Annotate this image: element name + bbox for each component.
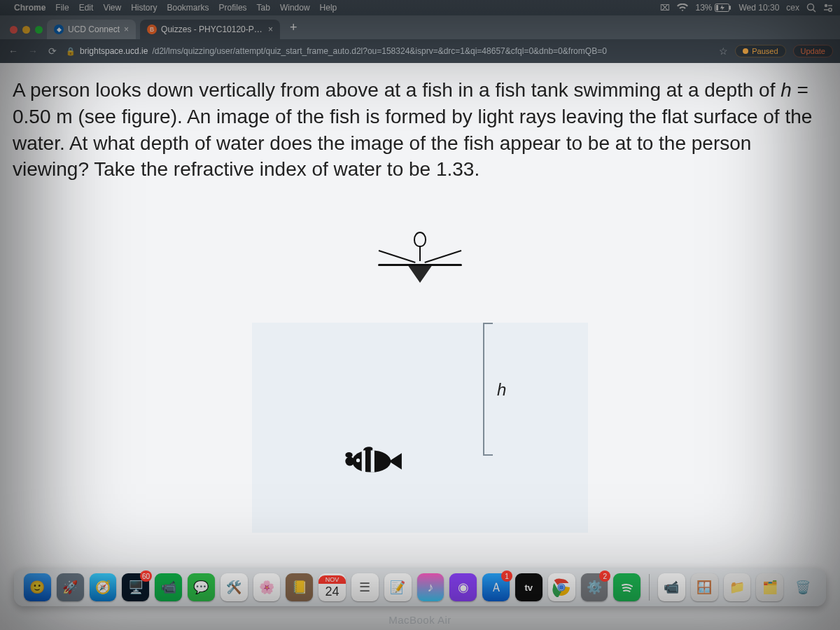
- dock-reminders-icon[interactable]: ☰: [351, 573, 379, 601]
- macos-menubar: Chrome File Edit View History Bookmarks …: [0, 0, 840, 15]
- dock-divider: [649, 574, 650, 601]
- brightspace-favicon-icon: B: [147, 24, 157, 34]
- dock-folder-icon[interactable]: 📁: [724, 573, 751, 601]
- dock-badge: 60: [140, 570, 152, 582]
- url-path: /d2l/lms/quizzing/user/attempt/quiz_star…: [152, 46, 606, 56]
- dock-trash-icon[interactable]: 🗑️: [789, 573, 816, 601]
- observer-figure-icon: [378, 232, 462, 283]
- menubar-clock[interactable]: Wed 10:30: [738, 3, 779, 13]
- profile-avatar-icon: [743, 48, 748, 54]
- menubar-app-name[interactable]: Chrome: [14, 3, 46, 13]
- tab-quizzes[interactable]: B Quizzes - PHYC10120-Physics ×: [140, 20, 280, 39]
- bookmark-star-icon[interactable]: ☆: [719, 46, 728, 57]
- hardware-label: MacBook Air: [0, 614, 840, 626]
- dock-recent-icon[interactable]: 🪟: [691, 573, 718, 601]
- nav-back-button[interactable]: ←: [7, 46, 20, 57]
- window-controls: [6, 26, 47, 39]
- dock-badge: 1: [501, 570, 512, 582]
- question-figure: h: [224, 232, 616, 533]
- tab-ucd-connect[interactable]: ◆ UCD Connect ×: [47, 20, 136, 39]
- menu-view[interactable]: View: [103, 3, 121, 13]
- fish-icon: [353, 451, 391, 472]
- chrome-toolbar: ← → ⟳ 🔒 brightspace.ucd.ie/d2l/lms/quizz…: [0, 39, 840, 63]
- nav-reload-button[interactable]: ⟳: [46, 46, 59, 57]
- question-variable-h: h: [780, 79, 792, 101]
- window-close-button[interactable]: [10, 26, 18, 34]
- depth-label: h: [497, 380, 506, 400]
- address-bar[interactable]: 🔒 brightspace.ucd.ie/d2l/lms/quizzing/us…: [66, 46, 712, 56]
- chrome-tabstrip: ◆ UCD Connect × B Quizzes - PHYC10120-Ph…: [0, 15, 840, 39]
- control-center-icon[interactable]: [823, 3, 833, 13]
- dock-launchpad-icon[interactable]: 🚀: [57, 573, 84, 601]
- dock-finder-icon[interactable]: 🙂: [24, 573, 51, 601]
- profile-paused-label: Paused: [752, 47, 778, 55]
- dock-screens-icon[interactable]: 🖥️60: [122, 573, 149, 601]
- dock-chrome-icon[interactable]: [548, 573, 575, 601]
- dock-utility-icon[interactable]: 🛠️: [220, 573, 248, 601]
- question-text: A person looks down vertically from abov…: [0, 63, 840, 183]
- svg-rect-2: [716, 5, 718, 10]
- dock-photos-icon[interactable]: 🌸: [253, 573, 281, 601]
- lock-icon: 🔒: [66, 47, 76, 56]
- menu-help[interactable]: Help: [320, 3, 337, 13]
- screen-mirroring-icon[interactable]: ⌧: [660, 3, 670, 13]
- svg-rect-1: [729, 6, 731, 10]
- tab-close-icon[interactable]: ×: [268, 24, 273, 34]
- svg-point-3: [808, 4, 814, 10]
- dock-appstore-icon[interactable]: Ａ1: [482, 573, 510, 601]
- battery-status[interactable]: 13%: [695, 3, 732, 13]
- dock-stack-icon[interactable]: 🗂️: [756, 573, 783, 601]
- wifi-icon[interactable]: [677, 4, 688, 12]
- url-host: brightspace.ucd.ie: [80, 46, 148, 56]
- svg-point-12: [559, 584, 564, 589]
- dock-messages-icon[interactable]: 💬: [188, 573, 215, 601]
- dock-music-icon[interactable]: ♪: [417, 573, 444, 601]
- svg-point-5: [825, 4, 827, 7]
- tab-close-icon[interactable]: ×: [124, 24, 129, 34]
- dock-appletv-icon[interactable]: tv: [515, 573, 542, 601]
- spotlight-icon[interactable]: [806, 3, 816, 13]
- tab-title: Quizzes - PHYC10120-Physics: [161, 24, 264, 34]
- dock-spotify-icon[interactable]: [613, 573, 640, 601]
- svg-point-6: [829, 8, 832, 11]
- menu-bookmarks[interactable]: Bookmarks: [167, 3, 209, 13]
- calendar-day-label: 24: [326, 584, 340, 599]
- dock-contacts-icon[interactable]: 📒: [286, 573, 313, 601]
- new-tab-button[interactable]: +: [284, 20, 303, 39]
- menu-edit[interactable]: Edit: [79, 3, 94, 13]
- question-part-a: A person looks down vertically from abov…: [13, 79, 780, 101]
- nav-forward-button[interactable]: →: [27, 46, 39, 57]
- dock-notes-icon[interactable]: 📝: [384, 573, 412, 601]
- dock-safari-icon[interactable]: 🧭: [90, 573, 117, 601]
- dock-systemprefs-icon[interactable]: ⚙️2: [581, 573, 608, 601]
- quiz-page: A person looks down vertically from abov…: [0, 63, 840, 630]
- calendar-month-label: NOV: [318, 575, 346, 584]
- tv-label: tv: [525, 582, 533, 593]
- battery-icon: [715, 4, 732, 12]
- window-minimize-button[interactable]: [22, 26, 30, 34]
- menu-file[interactable]: File: [55, 3, 69, 13]
- menu-tab[interactable]: Tab: [257, 3, 270, 13]
- water-tank: h: [252, 323, 588, 533]
- chrome-update-pill[interactable]: Update: [793, 45, 833, 57]
- window-zoom-button[interactable]: [35, 26, 43, 34]
- battery-percent-label: 13%: [695, 3, 712, 13]
- dock-podcasts-icon[interactable]: ◉: [449, 573, 477, 601]
- macos-dock: 🙂 🚀 🧭 🖥️60 📹 💬 🛠️ 🌸 📒 NOV 24 ☰ 📝 ♪ ◉ Ａ1 …: [14, 568, 826, 606]
- dock-badge: 2: [599, 570, 610, 582]
- update-label: Update: [801, 47, 825, 55]
- menu-profiles[interactable]: Profiles: [219, 3, 247, 13]
- input-source-label[interactable]: cex: [786, 3, 799, 13]
- profile-paused-pill[interactable]: Paused: [735, 45, 785, 57]
- dock-facetime-icon[interactable]: 📹: [155, 573, 182, 601]
- menu-history[interactable]: History: [131, 3, 157, 13]
- ucd-favicon-icon: ◆: [54, 24, 64, 34]
- dock-zoom-icon[interactable]: 📹: [658, 573, 685, 601]
- svg-line-4: [813, 10, 816, 13]
- tab-title: UCD Connect: [68, 24, 120, 34]
- dock-calendar-icon[interactable]: NOV 24: [318, 573, 346, 601]
- menu-window[interactable]: Window: [280, 3, 310, 13]
